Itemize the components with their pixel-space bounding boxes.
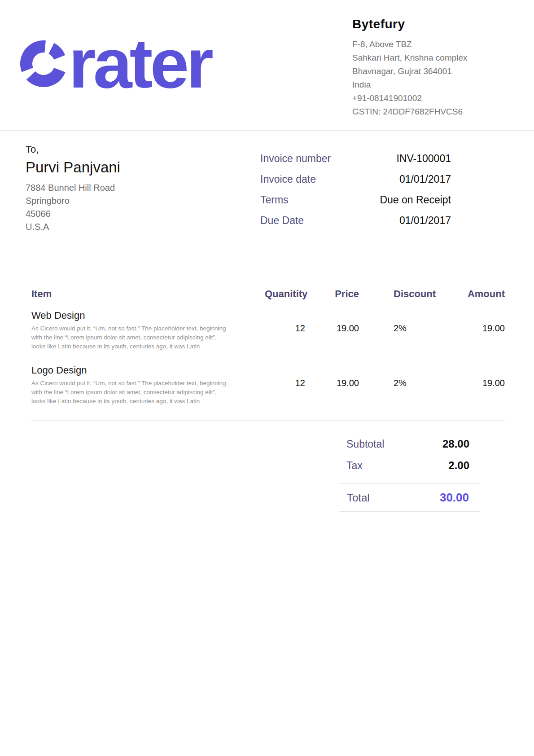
terms-row: Terms Due on Receipt <box>260 194 451 206</box>
total-box: Total 30.00 <box>339 483 480 512</box>
invoice-number-row: Invoice number INV-100001 <box>260 153 451 165</box>
terms-value: Due on Receipt <box>380 194 451 206</box>
total-value: 30.00 <box>440 491 469 505</box>
items-table: Item Quanitity Price Discount Amount Web… <box>0 288 534 421</box>
subtotal-row: Subtotal 28.00 <box>339 438 480 450</box>
subtotal-value: 28.00 <box>442 438 469 450</box>
invoice-page: rater Bytefury F-8, Above TBZ Sahkari Ha… <box>0 0 534 756</box>
item-discount: 2% <box>359 365 438 406</box>
company-phone: +91-08141901002 <box>352 92 505 105</box>
bill-to-block: To, Purvi Panjvani 7884 Bunnel Hill Road… <box>26 144 120 235</box>
company-address-line: Sahkari Hart, Krishna complex <box>352 51 505 65</box>
item-description: As Cicero would put it, “Um, not so fast… <box>31 379 228 406</box>
customer-address-line: 45066 <box>26 207 120 220</box>
item-amount: 19.00 <box>438 365 505 406</box>
subtotal-label: Subtotal <box>346 438 384 450</box>
company-address-line: Bhavnagar, Gujrat 364001 <box>352 65 505 78</box>
tax-label: Tax <box>346 460 363 472</box>
header-quantity: Quanitity <box>265 288 305 300</box>
crater-c-icon <box>20 40 67 87</box>
bill-to-label: To, <box>26 144 120 155</box>
company-info: Bytefury F-8, Above TBZ Sahkari Hart, Kr… <box>352 17 505 119</box>
company-name: Bytefury <box>352 17 505 31</box>
header-discount: Discount <box>359 288 438 300</box>
crater-logo: rater <box>20 32 211 87</box>
table-row: Logo Design As Cicero would put it, “Um,… <box>31 365 505 406</box>
customer-address-line: 7884 Bunnel Hill Road <box>26 181 120 194</box>
item-description: As Cicero would put it, “Um, not so fast… <box>31 324 228 351</box>
header-item: Item <box>31 288 265 300</box>
due-date-row: Due Date 01/01/2017 <box>260 215 451 227</box>
item-cell: Logo Design As Cicero would put it, “Um,… <box>31 365 265 406</box>
billing-section: To, Purvi Panjvani 7884 Bunnel Hill Road… <box>0 131 534 235</box>
invoice-date-value: 01/01/2017 <box>399 173 451 185</box>
crater-wordmark: rater <box>69 40 211 87</box>
item-price: 19.00 <box>305 365 359 406</box>
item-name: Web Design <box>31 310 265 321</box>
customer-address-line: Springboro <box>26 194 120 207</box>
invoice-number-value: INV-100001 <box>397 153 451 165</box>
customer-name: Purvi Panjvani <box>26 159 120 176</box>
invoice-date-label: Invoice date <box>260 173 316 185</box>
due-date-label: Due Date <box>260 215 304 227</box>
total-label: Total <box>347 492 370 504</box>
items-table-header: Item Quanitity Price Discount Amount <box>31 288 505 300</box>
item-quantity: 12 <box>265 365 305 406</box>
items-divider <box>31 420 505 421</box>
tax-row: Tax 2.00 <box>339 459 480 472</box>
header-price: Price <box>305 288 359 300</box>
item-cell: Web Design As Cicero would put it, “Um, … <box>31 310 265 351</box>
item-amount: 19.00 <box>438 310 505 351</box>
item-price: 19.00 <box>305 310 359 351</box>
terms-label: Terms <box>260 194 289 206</box>
table-row: Web Design As Cicero would put it, “Um, … <box>31 310 505 351</box>
item-quantity: 12 <box>265 310 305 351</box>
totals-block: Subtotal 28.00 Tax 2.00 Total 30.00 <box>339 438 480 512</box>
invoice-meta: Invoice number INV-100001 Invoice date 0… <box>260 153 451 235</box>
tax-value: 2.00 <box>448 459 469 472</box>
item-name: Logo Design <box>31 365 265 376</box>
due-date-value: 01/01/2017 <box>399 215 451 227</box>
company-address-line: F-8, Above TBZ <box>352 38 505 51</box>
invoice-header: rater Bytefury F-8, Above TBZ Sahkari Ha… <box>0 0 534 131</box>
invoice-number-label: Invoice number <box>260 153 331 165</box>
customer-address-line: U.S.A <box>26 220 120 233</box>
company-address-line: India <box>352 78 505 92</box>
item-discount: 2% <box>359 310 438 351</box>
invoice-date-row: Invoice date 01/01/2017 <box>260 173 451 185</box>
company-gstin: GSTIN: 24DDF7682FHVCS6 <box>352 105 505 119</box>
header-amount: Amount <box>438 288 505 300</box>
